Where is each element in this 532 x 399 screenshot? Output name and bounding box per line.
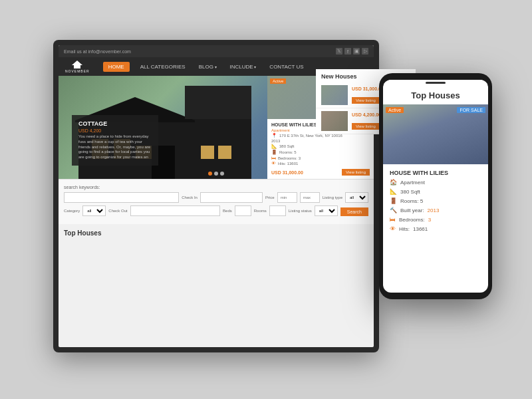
nav-include[interactable]: INCLUDE — [227, 63, 259, 71]
phone-top-houses-title: Top Houses — [383, 85, 488, 104]
scene: Email us at info@november.com 𝕏 f ▣ ▷ NO… — [0, 0, 532, 399]
hero-dot-3[interactable] — [220, 172, 224, 176]
hits-icon: 👁 — [271, 161, 276, 166]
hero-caption: COTTAGE USD 4,200 You need a place to hi… — [72, 115, 158, 166]
nav-blog[interactable]: BLOG — [196, 63, 219, 71]
category-select[interactable]: all — [82, 205, 106, 216]
top-houses-title: Top Houses — [64, 229, 368, 237]
year-text: 2013 — [271, 139, 280, 143]
phone-content: Top Houses Active FOR SALE HOUSE WITH LI… — [383, 85, 488, 240]
category-label: Category — [64, 209, 80, 213]
active-badge: Active — [270, 78, 286, 84]
search-row-2: Category all Check Out Beds Rooms Listin… — [64, 205, 368, 216]
hero-dot-1[interactable] — [208, 172, 212, 176]
phone-type-text: Apartment — [400, 180, 425, 186]
rooms-text: Rooms: 5 — [279, 150, 297, 154]
size-icon: 📐 — [271, 144, 277, 149]
phone-bed-icon: 🛏 — [390, 216, 396, 223]
listing-price: USD 31,000.00 — [271, 170, 303, 175]
phone-speaker — [426, 82, 446, 84]
price-min-input[interactable] — [277, 192, 297, 203]
logo-icon — [72, 61, 82, 68]
phone-built-row: 🔨 Built year: 2013 — [390, 207, 481, 213]
phone-built-icon: 🔨 — [390, 207, 397, 213]
view-listing-btn-2[interactable]: View listing — [352, 123, 380, 130]
nav-contact[interactable]: CONTACT US — [267, 63, 306, 71]
nav-home[interactable]: HOME — [103, 62, 130, 72]
instagram-icon[interactable]: ▣ — [353, 48, 360, 55]
beds-input[interactable] — [235, 205, 251, 216]
logo[interactable]: NOVEMBER — [65, 61, 90, 73]
phone-hits-value: 13661 — [413, 226, 428, 232]
hero-description: You need a place to hide from everyday f… — [78, 134, 152, 160]
phone-type-row: 🏠 Apartment — [390, 179, 481, 186]
phone-built-year: 2013 — [428, 207, 440, 213]
facebook-icon[interactable]: f — [344, 48, 351, 55]
bedrooms-text: Bedrooms: 3 — [278, 156, 301, 160]
checkin-input[interactable] — [200, 192, 263, 203]
checkout-input[interactable] — [130, 205, 220, 216]
phone-hits-row: 👁 Hits: 13661 — [390, 225, 481, 232]
nav-all-categories[interactable]: ALL CATEGORIES — [138, 63, 188, 71]
phone-rooms-text: Rooms: 5 — [400, 198, 423, 204]
phone-size-row: 📐 380 Sqft — [390, 188, 481, 195]
phone-size-text: 380 Sqft — [400, 189, 420, 195]
top-houses-section: Top Houses — [59, 224, 374, 245]
rooms-label: Rooms — [254, 209, 267, 213]
listing-hits: 👁 Hits: 13601 — [271, 161, 370, 166]
phone-built-label: Built year: — [400, 207, 424, 213]
hits-text: Hits: 13601 — [278, 162, 298, 166]
twitter-icon[interactable]: 𝕏 — [336, 48, 342, 55]
hero-dot-2[interactable] — [214, 172, 218, 176]
phone-mockup: Top Houses Active FOR SALE HOUSE WITH LI… — [379, 73, 492, 299]
checkin-label: Check In — [182, 196, 198, 200]
logo-house-body — [74, 64, 80, 68]
search-section: search keywords: Check In Price Listing … — [59, 179, 374, 224]
phone-house-image — [383, 104, 488, 164]
listing-status-label: Listing status — [289, 209, 312, 213]
phone-hits-icon: 👁 — [390, 225, 396, 232]
hero-price: USD 4,200 — [78, 128, 152, 133]
phone-hero-badges: Active FOR SALE — [383, 107, 488, 113]
phone-size-icon: 📐 — [390, 188, 397, 195]
phone-house-details: HOUSE WITH LILIES 🏠 Apartment 📐 380 Sqft… — [383, 164, 488, 240]
phone-top-bar — [383, 80, 488, 85]
listing-bedrooms: 🛏 Bedrooms: 3 — [271, 156, 370, 160]
phone-hero: Active FOR SALE — [383, 104, 488, 164]
search-keywords-label: search keywords: — [64, 185, 368, 190]
bed-icon: 🛏 — [271, 156, 276, 160]
new-house-thumb-2 — [321, 111, 348, 131]
rooms-icon: 🚪 — [271, 150, 277, 155]
size-text: 380 Sqft — [279, 144, 294, 148]
phone-screen: Top Houses Active FOR SALE HOUSE WITH LI… — [383, 80, 488, 293]
phone-bedrooms-row: 🛏 Bedrooms: 3 — [390, 216, 481, 223]
phone-rooms-icon: 🚪 — [390, 198, 397, 204]
listing-year: 2013 — [271, 139, 370, 143]
listing-status-select[interactable]: all — [315, 205, 338, 216]
rooms-input[interactable] — [269, 205, 286, 216]
top-bar: Email us at info@november.com 𝕏 f ▣ ▷ — [59, 45, 374, 57]
social-icons: 𝕏 f ▣ ▷ — [336, 48, 368, 55]
hero-title: COTTAGE — [78, 120, 152, 127]
price-max-input[interactable] — [300, 192, 320, 203]
search-row-1: Check In Price Listing type all — [64, 192, 368, 203]
phone-bedrooms-label: Bedrooms: — [399, 217, 425, 223]
view-listing-btn-1[interactable]: View listing — [352, 97, 380, 104]
phone-rooms-row: 🚪 Rooms: 5 — [390, 198, 481, 204]
top-bar-email: Email us at info@november.com — [64, 49, 131, 54]
phone-type-icon: 🏠 — [390, 179, 397, 186]
search-button[interactable]: Search — [340, 207, 368, 216]
keywords-input[interactable] — [64, 192, 179, 203]
phone-house-title: HOUSE WITH LILIES — [390, 170, 481, 176]
checkout-label: Check Out — [108, 209, 127, 213]
beds-label: Beds — [223, 209, 232, 213]
view-listing-button[interactable]: View listing — [342, 169, 370, 176]
phone-active-badge: Active — [386, 107, 404, 113]
listing-type-select[interactable]: all — [345, 192, 368, 203]
location-icon: 📍 — [271, 133, 277, 138]
phone-sale-badge: FOR SALE — [457, 107, 485, 113]
phone-hits-label: Hits: — [399, 226, 410, 232]
price-label: Price — [265, 196, 275, 200]
phone-bedrooms-value: 3 — [428, 217, 431, 223]
youtube-icon[interactable]: ▷ — [362, 48, 368, 55]
